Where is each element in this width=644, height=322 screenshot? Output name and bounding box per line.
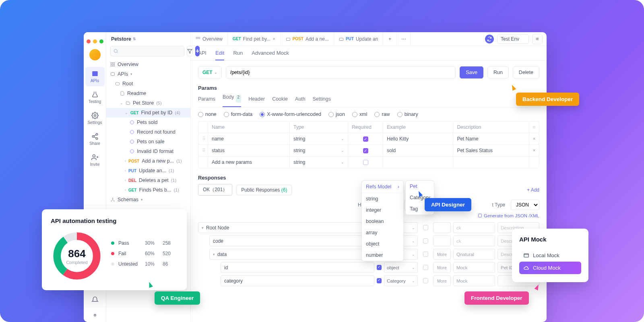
tree-petstore[interactable]: ⌄Pet Store(5) bbox=[106, 98, 190, 108]
more-button[interactable]: More bbox=[433, 249, 451, 260]
rail-invite[interactable]: Invite bbox=[85, 151, 105, 170]
rail-notifications[interactable] bbox=[85, 293, 105, 307]
mock-cloud[interactable]: Cloud Mock bbox=[519, 262, 581, 274]
tree-item[interactable]: Invalid ID format bbox=[106, 147, 190, 156]
menu-button[interactable]: ≡ bbox=[532, 34, 543, 44]
radio-none[interactable]: none bbox=[198, 111, 217, 117]
close-icon[interactable]: × bbox=[272, 36, 276, 42]
tab-update[interactable]: PUTUpdate an bbox=[334, 32, 383, 45]
rail-prefs[interactable] bbox=[85, 308, 105, 322]
tree-findpet[interactable]: ⌄GETFind pet by ID(4) bbox=[106, 108, 190, 118]
schema-name[interactable]: category bbox=[221, 275, 374, 286]
mock-input[interactable]: Mock bbox=[453, 275, 495, 286]
ptab-settings[interactable]: Settings bbox=[313, 94, 331, 107]
required-checkbox[interactable]: ✓ bbox=[363, 148, 368, 153]
url-input[interactable] bbox=[226, 66, 456, 78]
more-button[interactable]: More bbox=[433, 262, 451, 273]
cell-name[interactable]: status bbox=[208, 145, 290, 156]
ptab-body[interactable]: Body2 bbox=[223, 94, 241, 107]
rail-settings[interactable]: Settings bbox=[85, 109, 105, 128]
response-tab-ok[interactable]: OK（201） bbox=[198, 184, 232, 196]
cell-type[interactable]: string⌄ bbox=[290, 157, 348, 168]
required-checkbox[interactable] bbox=[377, 278, 382, 283]
maximize-icon[interactable] bbox=[99, 39, 103, 43]
type-option[interactable]: array bbox=[362, 227, 403, 238]
more-button[interactable] bbox=[433, 235, 451, 246]
tree-readme[interactable]: Readme bbox=[106, 89, 190, 98]
add-response[interactable]: + Add bbox=[527, 187, 539, 193]
tree-apis[interactable]: APIs▾ bbox=[106, 69, 190, 79]
new-tab-button[interactable]: + bbox=[383, 32, 397, 45]
cell-desc[interactable]: Pet Name bbox=[453, 133, 529, 144]
mock-input[interactable]: Qnatural bbox=[453, 249, 495, 260]
tree-item[interactable]: Pets sold bbox=[106, 118, 190, 127]
nullable-checkbox[interactable] bbox=[423, 225, 428, 230]
search-input[interactable] bbox=[110, 46, 184, 56]
more-tabs-button[interactable]: ⋯ bbox=[397, 32, 411, 45]
remove-row[interactable]: × bbox=[529, 145, 539, 156]
radio-xml[interactable]: xml bbox=[352, 111, 367, 117]
rail-apis[interactable]: APIs bbox=[85, 67, 105, 86]
tree-item[interactable]: Record not found bbox=[106, 127, 190, 137]
method-selector[interactable]: GET⌄ bbox=[198, 66, 222, 78]
radio-raw[interactable]: raw bbox=[374, 111, 390, 117]
drag-handle[interactable]: ⠿ bbox=[198, 145, 208, 156]
nullable-checkbox[interactable] bbox=[423, 265, 428, 270]
type-option[interactable]: number bbox=[362, 250, 403, 261]
tab-findpet[interactable]: GETFind pet by...× bbox=[228, 32, 281, 45]
save-button[interactable]: Save bbox=[460, 66, 483, 78]
subnav-api[interactable]: API bbox=[198, 50, 206, 60]
ptab-auth[interactable]: Auth bbox=[295, 94, 305, 107]
rail-share[interactable]: Share bbox=[85, 130, 105, 149]
tree-overview[interactable]: Overview bbox=[106, 60, 190, 69]
mock-input[interactable]: ck bbox=[453, 222, 495, 233]
mock-local[interactable]: Local Mock bbox=[519, 249, 581, 262]
cell-example[interactable]: Hello Kitty bbox=[383, 133, 453, 144]
remove-row[interactable]: × bbox=[529, 133, 539, 144]
cell-type[interactable]: string⌄ bbox=[290, 133, 348, 144]
type-option[interactable]: object bbox=[362, 238, 403, 250]
schema-name[interactable]: code bbox=[209, 235, 374, 246]
radio-form[interactable]: form-data bbox=[224, 111, 253, 117]
required-checkbox[interactable]: ✓ bbox=[363, 136, 368, 142]
schema-name[interactable]: ▾data🔍 bbox=[209, 249, 374, 260]
tree-addnew[interactable]: ›POSTAdd a new p...(1) bbox=[106, 156, 190, 166]
type-option[interactable]: string bbox=[362, 193, 403, 204]
mock-input[interactable]: ck bbox=[453, 235, 495, 246]
type-option[interactable]: boolean bbox=[362, 216, 403, 227]
required-checkbox[interactable] bbox=[363, 160, 368, 165]
drag-handle[interactable]: ⠿ bbox=[198, 133, 208, 144]
sync-icon[interactable] bbox=[485, 35, 494, 43]
cell-type[interactable]: string⌄ bbox=[290, 145, 348, 156]
tab-overview[interactable]: Overview bbox=[191, 32, 228, 45]
expand-icon[interactable] bbox=[533, 125, 535, 130]
tree-delete[interactable]: ›DELDeletes a pet(1) bbox=[106, 175, 190, 185]
nullable-checkbox[interactable] bbox=[423, 252, 428, 257]
cell-name[interactable]: name bbox=[208, 133, 290, 144]
tree-schemas[interactable]: Schemas▾ bbox=[106, 195, 190, 204]
subnav-mock[interactable]: Advanced Mock bbox=[252, 50, 289, 60]
nullable-checkbox[interactable] bbox=[423, 238, 428, 244]
type-select[interactable]: Category⌄ bbox=[384, 275, 418, 286]
more-button[interactable]: More bbox=[433, 275, 451, 286]
avatar[interactable] bbox=[89, 49, 101, 60]
radio-json[interactable]: json bbox=[328, 111, 345, 117]
schema-name[interactable]: id bbox=[221, 262, 374, 273]
ptab-cookie[interactable]: Cookie bbox=[272, 94, 288, 107]
radio-xwww[interactable]: X-www-form-urlencoded bbox=[260, 111, 321, 117]
ptab-header[interactable]: Header bbox=[248, 94, 265, 107]
project-selector[interactable]: Petstore ⇅ bbox=[106, 32, 190, 46]
tab-addpet[interactable]: POSTAdd a ne... bbox=[281, 32, 334, 45]
tree-update[interactable]: ›PUTUpdate an...(1) bbox=[106, 166, 190, 175]
nullable-checkbox[interactable] bbox=[423, 278, 428, 283]
rail-testing[interactable]: Testing bbox=[85, 88, 105, 107]
cell-example[interactable]: sold bbox=[383, 145, 453, 156]
radio-binary[interactable]: binary bbox=[397, 111, 418, 117]
close-icon[interactable] bbox=[87, 39, 91, 43]
content-type-select[interactable]: JSON bbox=[511, 200, 539, 210]
response-tab-public[interactable]: Public Responses (6) bbox=[236, 185, 292, 195]
type-select[interactable]: object⌄ bbox=[384, 262, 418, 273]
mock-input[interactable]: Mock bbox=[453, 262, 495, 273]
run-button[interactable]: Run bbox=[487, 66, 509, 78]
add-param-input[interactable]: Add a new params bbox=[208, 157, 290, 168]
